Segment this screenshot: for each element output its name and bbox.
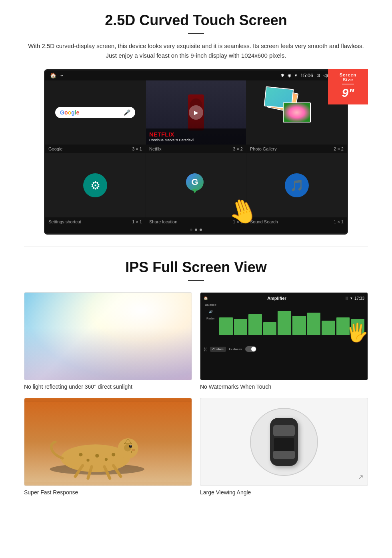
google-label-cell: Google 3 × 1	[45, 145, 145, 153]
netflix-logo: NETFLIX	[149, 131, 243, 138]
car-circle	[250, 408, 318, 476]
svg-point-7	[112, 453, 115, 456]
cheetah-card: Super Fast Response	[24, 398, 192, 496]
dot-2	[195, 229, 197, 231]
svg-point-5	[95, 454, 99, 458]
section1-title: 2.5D Curved Touch Screen	[24, 12, 368, 29]
photo-card-1	[283, 102, 311, 122]
cheetah-caption: Super Fast Response	[24, 489, 192, 496]
dot-1	[190, 229, 192, 231]
amp-vol-icon: 🔊	[204, 310, 218, 313]
netflix-app-size: 3 × 2	[233, 147, 243, 151]
amp-status-icons: ||| ▾ 17:33	[346, 296, 364, 301]
sound-app-size: 1 × 1	[334, 219, 344, 224]
car-rear-window	[273, 451, 295, 459]
home-icon[interactable]: 🏠	[50, 72, 56, 78]
share-location-cell[interactable]: G 🤚	[146, 153, 246, 217]
status-time: 15:06	[300, 72, 314, 78]
gallery-app-size: 2 × 2	[334, 147, 344, 151]
cheetah-svg	[24, 398, 192, 486]
section2-divider	[188, 280, 204, 281]
section2: IPS Full Screen View No light reflecting…	[24, 259, 368, 496]
amp-footer: ⟨⟨ Custom loudness	[204, 346, 364, 352]
volume-icon: ◁)	[323, 73, 328, 78]
netflix-app-label: Netflix	[149, 147, 162, 151]
section1: 2.5D Curved Touch Screen With 2.5D curve…	[24, 12, 368, 235]
app-grid-top: Google 🎤 ▶	[45, 80, 347, 145]
device-wrapper: Screen Size 9" 🏠 ⌁ ✱ ◉ ▾	[24, 69, 368, 235]
image-grid: No light reflecting under 360° direct su…	[24, 292, 368, 496]
amp-fader-label: Fader	[204, 317, 218, 320]
amp-custom-btn[interactable]: Custom	[210, 347, 226, 352]
netflix-overlay: NETFLIX Continue Marvel's Daredevil	[146, 128, 246, 145]
amplifier-image: 🏠 Amplifier ||| ▾ 17:33 Balance 🔊	[200, 292, 368, 380]
google-app-label: Google	[48, 147, 62, 151]
music-icon-wrap: 🎵	[285, 173, 309, 197]
settings-app-size: 1 × 1	[132, 219, 142, 224]
settings-label-cell: Settings shortcut 1 × 1	[45, 217, 145, 226]
gallery-label-cell: Photo Gallery 2 × 2	[247, 145, 347, 153]
usb-icon: ⌁	[60, 72, 64, 78]
amplifier-caption: No Watermarks When Touch	[200, 383, 368, 390]
settings-icon-wrap: ⚙	[83, 173, 107, 197]
google-app-cell[interactable]: Google 🎤	[45, 80, 145, 145]
car-windshield	[273, 425, 295, 436]
screen-size-label: Screen Size	[334, 72, 362, 82]
car-roof	[274, 438, 294, 452]
netflix-subtitle: Continue Marvel's Daredevil	[149, 138, 243, 142]
amplifier-card: 🏠 Amplifier ||| ▾ 17:33 Balance 🔊	[200, 292, 368, 390]
svg-point-12	[130, 446, 132, 447]
section2-title: IPS Full Screen View	[24, 259, 368, 276]
svg-point-3	[79, 453, 82, 456]
netflix-app-cell[interactable]: ▶ NETFLIX Continue Marvel's Daredevil	[146, 80, 246, 145]
settings-app-cell[interactable]: ⚙	[45, 153, 145, 217]
netflix-play-button[interactable]: ▶	[189, 105, 203, 120]
car-angle-arrow: ↗	[358, 473, 364, 482]
sunlight-image	[24, 292, 192, 380]
share-app-label: Share location	[149, 219, 177, 224]
amp-menu-icon: |||	[346, 296, 348, 300]
amp-title: Amplifier	[267, 296, 286, 301]
section1-divider	[188, 33, 204, 34]
amp-header: 🏠 Amplifier ||| ▾ 17:33	[204, 296, 364, 301]
car-image: ↗	[200, 398, 368, 486]
google-maps-icon: G	[186, 173, 206, 197]
wifi-icon: ▾	[295, 73, 297, 78]
status-bar: 🏠 ⌁ ✱ ◉ ▾ 15:06 ⊡ ◁) ⊠ ▭	[45, 70, 347, 80]
device-screen: 🏠 ⌁ ✱ ◉ ▾ 15:06 ⊡ ◁) ⊠ ▭	[44, 69, 348, 235]
gallery-app-label: Photo Gallery	[250, 147, 277, 151]
section1-description: With 2.5D curved-display screen, this de…	[24, 41, 368, 60]
app-label-row-2: Settings shortcut 1 × 1 Share location 1…	[45, 217, 347, 226]
car-card: ↗ Large Viewing Angle	[200, 398, 368, 496]
sound-search-cell[interactable]: 🎵	[247, 153, 347, 217]
amp-back-icon: ⟨⟨	[204, 347, 207, 351]
amp-home-icon: 🏠	[204, 296, 208, 300]
netflix-label-cell: Netflix 3 × 2	[146, 145, 246, 153]
settings-gear-icon: ⚙	[90, 179, 100, 192]
app-label-row-1: Google 3 × 1 Netflix 3 × 2 Photo Gallery…	[45, 145, 347, 153]
amp-hand-icon: 🖐	[346, 322, 368, 343]
amp-time: 17:33	[354, 296, 364, 301]
status-left: 🏠 ⌁	[50, 72, 64, 78]
svg-point-13	[132, 449, 135, 451]
dots-indicator	[45, 226, 347, 233]
svg-point-4	[86, 459, 89, 462]
google-search-bar[interactable]: Google 🎤	[55, 107, 135, 118]
amp-wifi-icon: ▾	[350, 296, 352, 300]
bluetooth-icon: ✱	[281, 73, 284, 78]
screen-size-value: 9"	[334, 86, 362, 100]
amp-balance-label: Balance	[204, 303, 218, 307]
google-mic-icon[interactable]: 🎤	[124, 109, 130, 116]
amp-loudness: loudness	[229, 347, 242, 351]
settings-app-label: Settings shortcut	[48, 219, 81, 224]
location-icon: ◉	[288, 73, 292, 78]
amp-sidebar: Balance 🔊 Fader	[204, 303, 364, 343]
amp-toggle[interactable]	[245, 346, 256, 352]
camera-icon: ⊡	[316, 73, 320, 78]
google-logo: Google	[60, 109, 79, 116]
car-caption: Large Viewing Angle	[200, 489, 368, 496]
section-separator	[24, 247, 368, 247]
google-app-size: 3 × 1	[132, 147, 142, 151]
amp-eq-bars: 🖐	[219, 303, 364, 343]
svg-point-6	[105, 458, 108, 461]
